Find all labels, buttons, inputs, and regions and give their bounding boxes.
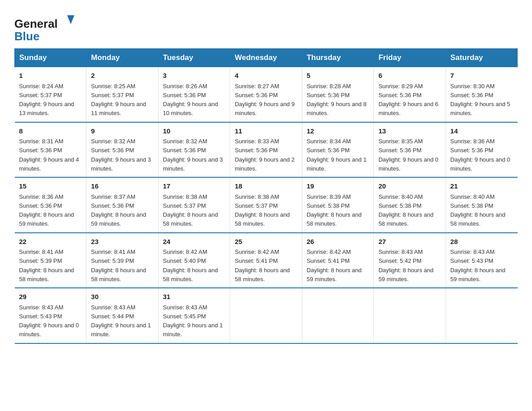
calendar-cell: 6Sunrise: 8:29 AMSunset: 5:36 PMDaylight… [374, 67, 446, 122]
day-info: Sunrise: 8:38 AMSunset: 5:37 PMDaylight:… [235, 193, 290, 227]
svg-text:General: General [14, 17, 58, 30]
calendar-cell: 12Sunrise: 8:34 AMSunset: 5:36 PMDayligh… [302, 122, 373, 178]
day-number: 23 [91, 237, 153, 247]
calendar-cell: 13Sunrise: 8:35 AMSunset: 5:36 PMDayligh… [374, 122, 446, 178]
calendar-cell: 21Sunrise: 8:40 AMSunset: 5:38 PMDayligh… [446, 177, 517, 233]
day-info: Sunrise: 8:25 AMSunset: 5:37 PMDaylight:… [91, 83, 146, 117]
day-number: 15 [19, 181, 82, 192]
day-number: 16 [91, 181, 153, 192]
day-info: Sunrise: 8:36 AMSunset: 5:36 PMDaylight:… [450, 138, 511, 172]
calendar-cell: 7Sunrise: 8:30 AMSunset: 5:36 PMDaylight… [446, 67, 517, 122]
day-number: 4 [235, 71, 297, 81]
calendar-cell: 15Sunrise: 8:36 AMSunset: 5:36 PMDayligh… [15, 177, 86, 233]
calendar-cell: 3Sunrise: 8:26 AMSunset: 5:36 PMDaylight… [158, 67, 230, 122]
calendar-cell [374, 288, 446, 343]
day-number: 10 [163, 126, 225, 137]
day-info: Sunrise: 8:30 AMSunset: 5:36 PMDaylight:… [450, 83, 511, 117]
day-info: Sunrise: 8:41 AMSunset: 5:39 PMDaylight:… [91, 248, 146, 283]
calendar-cell: 11Sunrise: 8:33 AMSunset: 5:36 PMDayligh… [230, 122, 302, 178]
day-number: 2 [91, 71, 153, 81]
day-number: 1 [19, 71, 82, 81]
day-info: Sunrise: 8:26 AMSunset: 5:36 PMDaylight:… [163, 83, 218, 117]
day-info: Sunrise: 8:41 AMSunset: 5:39 PMDaylight:… [19, 248, 74, 283]
calendar-cell: 28Sunrise: 8:43 AMSunset: 5:43 PMDayligh… [446, 233, 517, 288]
calendar-cell: 4Sunrise: 8:27 AMSunset: 5:36 PMDaylight… [230, 67, 302, 122]
day-number: 17 [163, 181, 225, 192]
day-number: 26 [307, 237, 369, 247]
day-number: 7 [450, 71, 513, 81]
day-info: Sunrise: 8:43 AMSunset: 5:45 PMDaylight:… [163, 304, 223, 338]
day-number: 27 [378, 237, 441, 247]
day-number: 3 [163, 71, 225, 81]
day-info: Sunrise: 8:32 AMSunset: 5:36 PMDaylight:… [91, 138, 151, 172]
calendar-cell: 9Sunrise: 8:32 AMSunset: 5:36 PMDaylight… [86, 122, 158, 178]
day-number: 9 [91, 126, 153, 137]
weekday-header-sunday: Sunday [15, 49, 86, 67]
calendar-cell: 30Sunrise: 8:43 AMSunset: 5:44 PMDayligh… [86, 288, 158, 343]
weekday-header-tuesday: Tuesday [158, 49, 230, 67]
day-number: 31 [163, 292, 225, 302]
page-header: General Blue [14, 11, 518, 43]
calendar-table: SundayMondayTuesdayWednesdayThursdayFrid… [14, 48, 518, 344]
day-info: Sunrise: 8:37 AMSunset: 5:36 PMDaylight:… [91, 193, 146, 227]
calendar-cell: 16Sunrise: 8:37 AMSunset: 5:36 PMDayligh… [86, 177, 158, 233]
day-info: Sunrise: 8:42 AMSunset: 5:41 PMDaylight:… [307, 248, 362, 283]
day-info: Sunrise: 8:33 AMSunset: 5:36 PMDaylight:… [235, 138, 295, 172]
calendar-cell: 20Sunrise: 8:40 AMSunset: 5:38 PMDayligh… [374, 177, 446, 233]
day-info: Sunrise: 8:40 AMSunset: 5:38 PMDaylight:… [378, 193, 433, 227]
day-number: 11 [235, 126, 297, 137]
day-number: 8 [19, 126, 82, 137]
day-number: 29 [19, 292, 82, 302]
logo: General Blue [14, 11, 77, 43]
day-number: 14 [450, 126, 513, 137]
day-info: Sunrise: 8:34 AMSunset: 5:36 PMDaylight:… [307, 138, 367, 172]
day-number: 13 [378, 126, 441, 137]
calendar-cell: 29Sunrise: 8:43 AMSunset: 5:43 PMDayligh… [15, 288, 86, 343]
day-info: Sunrise: 8:42 AMSunset: 5:41 PMDaylight:… [235, 248, 290, 283]
day-info: Sunrise: 8:27 AMSunset: 5:36 PMDaylight:… [235, 83, 295, 117]
calendar-cell: 31Sunrise: 8:43 AMSunset: 5:45 PMDayligh… [158, 288, 230, 343]
day-info: Sunrise: 8:43 AMSunset: 5:43 PMDaylight:… [19, 304, 79, 338]
day-info: Sunrise: 8:39 AMSunset: 5:38 PMDaylight:… [307, 193, 362, 227]
day-info: Sunrise: 8:40 AMSunset: 5:38 PMDaylight:… [450, 193, 506, 227]
calendar-cell: 22Sunrise: 8:41 AMSunset: 5:39 PMDayligh… [15, 233, 86, 288]
calendar-cell: 26Sunrise: 8:42 AMSunset: 5:41 PMDayligh… [302, 233, 373, 288]
day-info: Sunrise: 8:42 AMSunset: 5:40 PMDaylight:… [163, 248, 218, 283]
weekday-header-wednesday: Wednesday [230, 49, 302, 67]
calendar-cell: 25Sunrise: 8:42 AMSunset: 5:41 PMDayligh… [230, 233, 302, 288]
calendar-cell: 14Sunrise: 8:36 AMSunset: 5:36 PMDayligh… [446, 122, 517, 178]
svg-marker-1 [67, 15, 74, 24]
calendar-cell [446, 288, 517, 343]
day-number: 12 [307, 126, 369, 137]
day-number: 21 [450, 181, 513, 192]
calendar-cell: 17Sunrise: 8:38 AMSunset: 5:37 PMDayligh… [158, 177, 230, 233]
day-info: Sunrise: 8:43 AMSunset: 5:43 PMDaylight:… [450, 248, 506, 283]
day-number: 18 [235, 181, 297, 192]
calendar-cell: 24Sunrise: 8:42 AMSunset: 5:40 PMDayligh… [158, 233, 230, 288]
calendar-week-row: 22Sunrise: 8:41 AMSunset: 5:39 PMDayligh… [15, 233, 518, 288]
day-number: 20 [378, 181, 441, 192]
calendar-week-row: 29Sunrise: 8:43 AMSunset: 5:43 PMDayligh… [15, 288, 518, 343]
day-number: 19 [307, 181, 369, 192]
day-info: Sunrise: 8:43 AMSunset: 5:42 PMDaylight:… [378, 248, 433, 283]
day-info: Sunrise: 8:43 AMSunset: 5:44 PMDaylight:… [91, 304, 151, 338]
calendar-cell: 5Sunrise: 8:28 AMSunset: 5:36 PMDaylight… [302, 67, 373, 122]
logo-svg: General Blue [14, 13, 77, 43]
calendar-cell: 1Sunrise: 8:24 AMSunset: 5:37 PMDaylight… [15, 67, 86, 122]
day-number: 30 [91, 292, 153, 302]
day-info: Sunrise: 8:36 AMSunset: 5:36 PMDaylight:… [19, 193, 74, 227]
calendar-week-row: 15Sunrise: 8:36 AMSunset: 5:36 PMDayligh… [15, 177, 518, 233]
calendar-week-row: 1Sunrise: 8:24 AMSunset: 5:37 PMDaylight… [15, 67, 518, 122]
calendar-cell: 19Sunrise: 8:39 AMSunset: 5:38 PMDayligh… [302, 177, 373, 233]
day-info: Sunrise: 8:24 AMSunset: 5:37 PMDaylight:… [19, 83, 74, 117]
day-info: Sunrise: 8:31 AMSunset: 5:36 PMDaylight:… [19, 138, 79, 172]
day-number: 25 [235, 237, 297, 247]
calendar-cell: 2Sunrise: 8:25 AMSunset: 5:37 PMDaylight… [86, 67, 158, 122]
day-number: 5 [307, 71, 369, 81]
calendar-cell: 18Sunrise: 8:38 AMSunset: 5:37 PMDayligh… [230, 177, 302, 233]
day-number: 22 [19, 237, 82, 247]
calendar-cell [230, 288, 302, 343]
day-number: 28 [450, 237, 513, 247]
weekday-header-monday: Monday [86, 49, 158, 67]
weekday-header-friday: Friday [374, 49, 446, 67]
